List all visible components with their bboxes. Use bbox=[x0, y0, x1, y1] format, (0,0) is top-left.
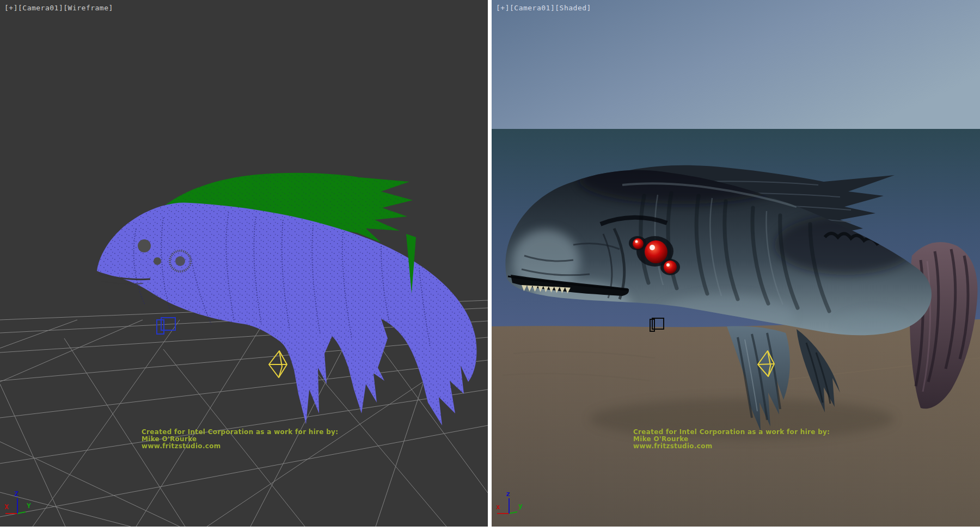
axis-y-label: y bbox=[518, 502, 523, 510]
viewport-divider[interactable] bbox=[488, 0, 492, 527]
box-helper[interactable] bbox=[157, 318, 175, 334]
bone-helper[interactable] bbox=[269, 351, 287, 378]
axis-z-label: Z bbox=[14, 490, 19, 498]
watermark-line3: www.fritzstudio.com bbox=[633, 443, 830, 450]
viewport-label-shaded[interactable]: [+][Camera01][Shaded] bbox=[496, 4, 591, 12]
axis-x-label: X bbox=[4, 503, 9, 511]
axis-y-label: Y bbox=[27, 502, 31, 510]
axis-gizmo: X Y Z bbox=[4, 490, 31, 514]
viewport-wireframe[interactable]: X Y Z [+][Camera01][Wireframe] Created f… bbox=[0, 0, 488, 527]
viewport-shaded[interactable]: x y z [+][Camera01][Shaded] Created for … bbox=[492, 0, 980, 527]
fish-eye-small bbox=[633, 238, 644, 249]
wireframe-fish-body[interactable] bbox=[97, 202, 476, 425]
axis-z-label: z bbox=[506, 490, 510, 498]
watermark-line3: www.fritzstudio.com bbox=[142, 443, 338, 450]
watermark-text: Created for Intel Corporation as a work … bbox=[633, 429, 830, 450]
sky bbox=[492, 0, 980, 129]
viewport-label-wireframe[interactable]: [+][Camera01][Wireframe] bbox=[4, 4, 113, 12]
fish-eye-main bbox=[645, 240, 667, 263]
axis-x-label: x bbox=[496, 503, 500, 511]
fish-eye-third bbox=[664, 261, 677, 274]
viewport-stage: X Y Z [+][Camera01][Wireframe] Created f… bbox=[0, 0, 980, 532]
watermark-text: Created for Intel Corporation as a work … bbox=[142, 429, 338, 450]
